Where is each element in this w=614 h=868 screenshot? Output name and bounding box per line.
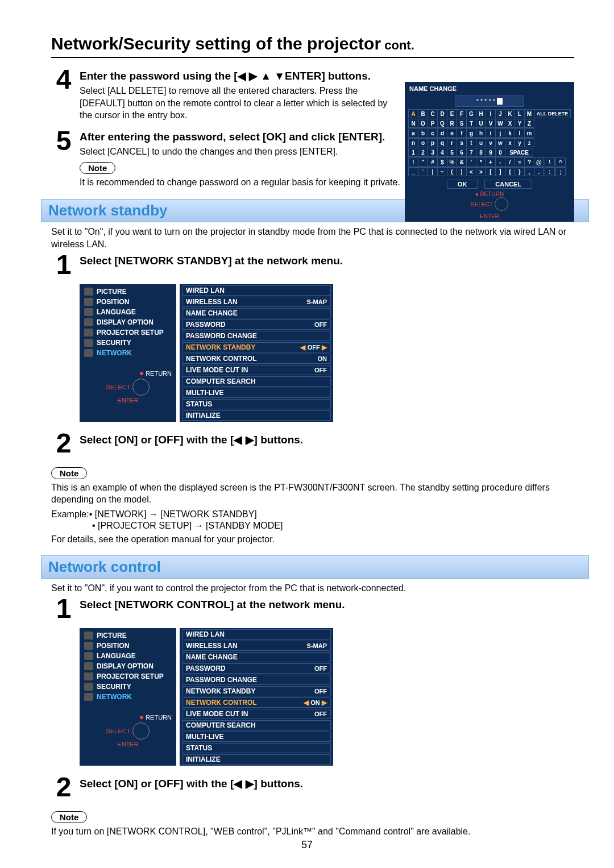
kbd-key[interactable]: S [457,119,467,128]
kbd-key[interactable]: 5 [447,148,457,157]
kbd-key[interactable]: U [476,119,486,128]
kbd-all-delete[interactable]: ALL DELETE [534,109,571,118]
kbd-key[interactable]: b [418,128,428,138]
kbd-key[interactable]: i [486,128,496,138]
kbd-key[interactable]: v [486,138,496,147]
kbd-key[interactable]: % [447,157,457,167]
kbd-key[interactable]: p [428,138,438,147]
kbd-key[interactable]: z [524,138,534,147]
osd-right-item[interactable]: NETWORK STANDBYOFF [182,686,331,696]
osd-right-item[interactable]: STATUS [182,743,331,753]
kbd-key[interactable]: + [486,157,496,167]
kbd-key[interactable]: B [418,109,428,118]
osd-right-item[interactable]: WIRELESS LANS-MAP [182,641,331,651]
osd-right-item[interactable]: MULTI-LIVE [182,732,331,742]
kbd-key[interactable]: ~ [437,167,447,176]
kbd-key[interactable]: > [476,167,486,176]
osd-left-item[interactable]: PICTURE [80,630,176,641]
osd-right-item[interactable]: INITIALIZE [182,754,331,765]
kbd-key[interactable]: s [457,138,467,147]
kbd-key[interactable]: Q [437,119,447,128]
osd-left-item[interactable]: DISPLAY OPTION [80,317,176,327]
kbd-key[interactable]: N [408,119,418,128]
kbd-key[interactable]: L [515,109,525,118]
kbd-key[interactable]: ! [408,157,418,167]
osd-right-item[interactable]: NAME CHANGE [182,308,331,318]
kbd-key[interactable]: @ [534,157,544,167]
kbd-key[interactable]: x [505,138,515,147]
osd-left-item[interactable]: PROJECTOR SETUP [80,671,176,682]
osd-left-item[interactable]: SECURITY [80,338,176,348]
kbd-key[interactable]: J [495,109,505,118]
kbd-key[interactable]: h [476,128,486,138]
osd-right-item[interactable]: COMPUTER SEARCH [182,720,331,730]
kbd-key[interactable]: ' [466,157,476,167]
osd-right-item[interactable]: NETWORK STANDBY◀ OFF ▶ [182,342,331,352]
osd-left-item[interactable]: DISPLAY OPTION [80,661,176,671]
osd-left-item[interactable]: POSITION [80,297,176,307]
kbd-key[interactable]: . [534,167,544,176]
osd-left-item[interactable]: LANGUAGE [80,651,176,661]
osd-left-item[interactable]: PICTURE [80,286,176,297]
kbd-key[interactable]: , [524,167,534,176]
kbd-key[interactable]: 7 [466,148,476,157]
kbd-key[interactable]: H [476,109,486,118]
kbd-key[interactable]: 6 [457,148,467,157]
kbd-key[interactable]: ] [495,167,505,176]
kbd-key[interactable]: " [418,157,428,167]
kbd-key[interactable]: u [476,138,486,147]
osd-right-item[interactable]: NETWORK CONTROLON [182,354,331,364]
kbd-key[interactable]: ^ [555,157,566,167]
kbd-key[interactable]: C [428,109,438,118]
kbd-key[interactable]: { [505,167,515,176]
osd-left-item[interactable]: POSITION [80,641,176,651]
kbd-key[interactable]: W [495,119,505,128]
kbd-key[interactable]: I [486,109,496,118]
osd-right-item[interactable]: INITIALIZE [182,410,331,421]
osd-left-item[interactable]: NETWORK [80,348,176,358]
osd-right-item[interactable]: LIVE MODE CUT INOFF [182,365,331,375]
kbd-key[interactable]: F [457,109,467,118]
kbd-key[interactable]: 4 [437,148,447,157]
kbd-key[interactable]: Z [524,119,534,128]
kbd-key[interactable]: K [505,109,515,118]
kbd-key[interactable]: n [408,138,418,147]
osd-right-item[interactable]: PASSWORDOFF [182,663,331,674]
kbd-key[interactable]: # [428,157,438,167]
osd-right-item[interactable]: NETWORK CONTROL◀ ON ▶ [182,697,331,708]
kbd-key[interactable]: y [515,138,525,147]
kbd-key[interactable]: ) [457,167,467,176]
kbd-key[interactable]: j [495,128,505,138]
osd-right-item[interactable]: COMPUTER SEARCH [182,376,331,387]
osd-left-item[interactable]: NETWORK [80,692,176,702]
kbd-key[interactable]: X [505,119,515,128]
osd-left-item[interactable]: LANGUAGE [80,307,176,317]
kbd-key[interactable]: G [466,109,476,118]
kbd-key[interactable]: } [515,167,525,176]
osd-right-item[interactable]: WIRED LAN [182,285,331,296]
kbd-key[interactable]: - [495,157,505,167]
kbd-key[interactable]: M [524,109,534,118]
kbd-key[interactable]: ` [418,167,428,176]
kbd-key[interactable]: _ [408,167,418,176]
kbd-key[interactable]: < [466,167,476,176]
kbd-key[interactable]: e [447,128,457,138]
kbd-key[interactable]: * [476,157,486,167]
kbd-key[interactable]: \ [545,157,555,167]
kbd-key[interactable]: V [486,119,496,128]
kbd-key[interactable]: ? [524,157,534,167]
kbd-key[interactable]: = [515,157,525,167]
kbd-key[interactable]: & [457,157,467,167]
kbd-key[interactable]: d [437,128,447,138]
osd-right-item[interactable]: WIRELESS LANS-MAP [182,297,331,307]
osd-right-item[interactable]: MULTI-LIVE [182,388,331,398]
kbd-key[interactable]: 8 [476,148,486,157]
kbd-key[interactable]: l [515,128,525,138]
kbd-key[interactable]: 2 [418,148,428,157]
kbd-key[interactable]: a [408,128,418,138]
kbd-key[interactable]: R [447,119,457,128]
kbd-key[interactable]: 9 [486,148,496,157]
kbd-key[interactable]: | [428,167,438,176]
kbd-cancel-button[interactable]: CANCEL [484,180,532,189]
kbd-key[interactable]: A [408,109,418,118]
